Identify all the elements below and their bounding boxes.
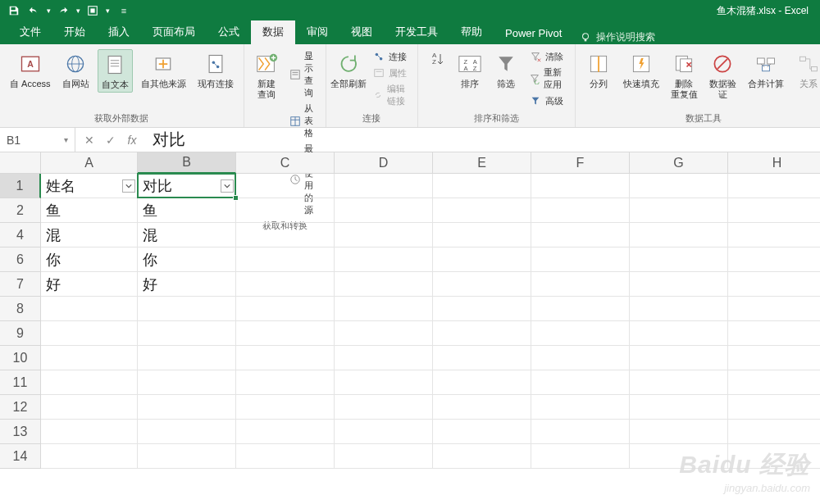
- cell[interactable]: [335, 420, 433, 444]
- filter-dropdown-icon[interactable]: [221, 179, 234, 193]
- cell[interactable]: [236, 395, 335, 420]
- cell[interactable]: 鱼: [41, 198, 138, 223]
- cell[interactable]: [335, 297, 433, 321]
- cell[interactable]: [630, 346, 728, 370]
- fx-icon[interactable]: fx: [123, 131, 141, 149]
- cell[interactable]: [728, 321, 820, 346]
- cell[interactable]: [335, 444, 433, 469]
- sort-button[interactable]: ZAAZ排序: [454, 49, 485, 91]
- text-to-columns-button[interactable]: 分列: [582, 49, 615, 91]
- cell[interactable]: [728, 346, 820, 370]
- cell[interactable]: [138, 321, 236, 346]
- cell[interactable]: 鱼: [138, 198, 236, 223]
- filter-button[interactable]: 筛选: [490, 49, 522, 91]
- cell[interactable]: [41, 346, 138, 370]
- cell[interactable]: [728, 395, 820, 420]
- cell[interactable]: 混: [138, 223, 236, 247]
- cell[interactable]: [433, 247, 531, 272]
- cell[interactable]: [630, 174, 728, 198]
- cell[interactable]: [728, 370, 820, 395]
- cancel-icon[interactable]: ✕: [80, 131, 98, 149]
- column-header[interactable]: G: [630, 152, 728, 174]
- column-header[interactable]: E: [433, 152, 531, 174]
- tab-developer[interactable]: 开发工具: [384, 20, 449, 44]
- cell[interactable]: [138, 444, 236, 469]
- cell[interactable]: [433, 223, 531, 247]
- clear-filter-button[interactable]: 清除: [526, 49, 567, 64]
- cell[interactable]: 好: [41, 272, 138, 297]
- spreadsheet-grid[interactable]: ABCDEFGH 12467891011121314 姓名对比鱼鱼混混你你好好: [0, 152, 820, 504]
- column-header[interactable]: H: [728, 152, 820, 174]
- cell[interactable]: 混: [41, 223, 138, 247]
- cell[interactable]: [41, 297, 138, 321]
- cell[interactable]: [236, 247, 335, 272]
- cell[interactable]: [236, 272, 335, 297]
- cell[interactable]: [236, 346, 335, 370]
- tab-powerpivot[interactable]: Power Pivot: [494, 23, 573, 44]
- cell[interactable]: [138, 395, 236, 420]
- filter-dropdown-icon[interactable]: [122, 179, 135, 193]
- cell[interactable]: 你: [41, 247, 138, 272]
- cell[interactable]: [728, 444, 820, 469]
- show-queries-button[interactable]: 显示查询: [287, 49, 319, 100]
- cell[interactable]: [531, 346, 630, 370]
- cell[interactable]: [335, 370, 433, 395]
- row-header[interactable]: 13: [0, 420, 41, 444]
- cell[interactable]: [630, 370, 728, 395]
- cell[interactable]: [236, 420, 335, 444]
- cell[interactable]: [236, 370, 335, 395]
- row-header[interactable]: 4: [0, 223, 41, 247]
- connections-button[interactable]: 连接: [370, 49, 411, 64]
- row-header[interactable]: 11: [0, 370, 41, 395]
- row-header[interactable]: 8: [0, 297, 41, 321]
- row-header[interactable]: 10: [0, 346, 41, 370]
- cell[interactable]: [728, 174, 820, 198]
- cell[interactable]: [630, 321, 728, 346]
- refresh-all-button[interactable]: 全部刷新: [333, 49, 365, 91]
- row-header[interactable]: 9: [0, 321, 41, 346]
- row-header[interactable]: 14: [0, 444, 41, 469]
- cell[interactable]: 你: [138, 247, 236, 272]
- select-all-corner[interactable]: [0, 152, 41, 174]
- advanced-filter-button[interactable]: 高级: [526, 93, 567, 108]
- relationships-button[interactable]: 关系: [792, 49, 820, 91]
- cell[interactable]: [433, 198, 531, 223]
- cell[interactable]: [41, 321, 138, 346]
- cell[interactable]: [630, 272, 728, 297]
- flash-fill-button[interactable]: 快速填充: [620, 49, 663, 91]
- cell[interactable]: [433, 420, 531, 444]
- tab-insert[interactable]: 插入: [97, 20, 141, 44]
- cell[interactable]: [433, 444, 531, 469]
- tab-review[interactable]: 审阅: [295, 20, 339, 44]
- tab-home[interactable]: 开始: [52, 20, 97, 44]
- tab-formulas[interactable]: 公式: [207, 20, 251, 44]
- cell[interactable]: [335, 174, 433, 198]
- reapply-filter-button[interactable]: 重新应用: [526, 66, 567, 92]
- cell[interactable]: [335, 198, 433, 223]
- save-icon[interactable]: [5, 2, 23, 20]
- cell[interactable]: [335, 395, 433, 420]
- row-header[interactable]: 2: [0, 198, 41, 223]
- column-header[interactable]: C: [236, 152, 335, 174]
- cell[interactable]: [138, 346, 236, 370]
- from-access-button[interactable]: A自 Access: [7, 49, 54, 91]
- cell[interactable]: [531, 174, 630, 198]
- cell[interactable]: [236, 174, 335, 198]
- cell[interactable]: [433, 370, 531, 395]
- name-box[interactable]: B1▾: [0, 128, 75, 152]
- cell[interactable]: [728, 297, 820, 321]
- column-header[interactable]: F: [531, 152, 630, 174]
- sort-az-button[interactable]: AZ: [425, 49, 450, 69]
- cell[interactable]: [236, 223, 335, 247]
- cell[interactable]: [630, 444, 728, 469]
- touch-mode-icon[interactable]: [84, 2, 102, 20]
- new-query-button[interactable]: 新建 查询: [251, 49, 282, 102]
- cell[interactable]: [433, 174, 531, 198]
- column-header[interactable]: A: [41, 152, 138, 174]
- cell[interactable]: [630, 198, 728, 223]
- existing-connections-button[interactable]: 现有连接: [194, 49, 237, 91]
- cell[interactable]: [531, 223, 630, 247]
- cell[interactable]: [728, 272, 820, 297]
- cell[interactable]: [138, 370, 236, 395]
- tab-file[interactable]: 文件: [8, 20, 52, 44]
